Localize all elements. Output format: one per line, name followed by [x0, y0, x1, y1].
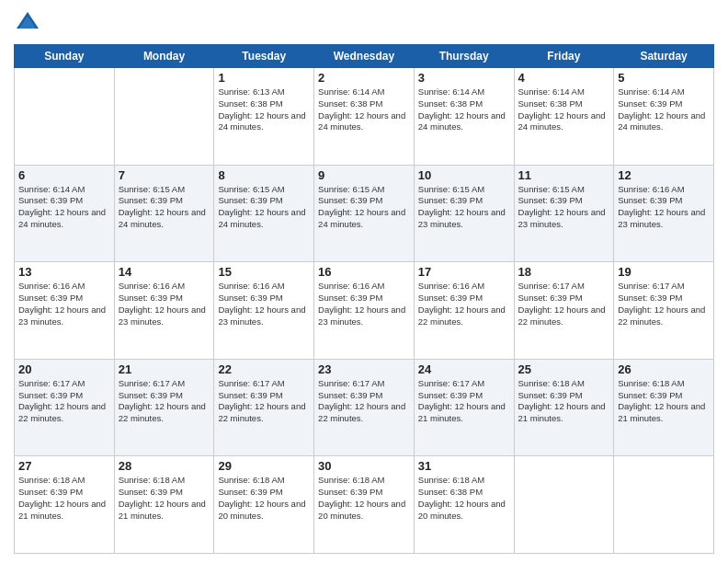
day-number: 24	[418, 362, 510, 376]
day-number: 25	[518, 362, 610, 376]
day-info: Sunrise: 6:15 AM Sunset: 6:39 PM Dayligh…	[518, 184, 610, 231]
day-number: 20	[18, 362, 110, 376]
day-number: 23	[318, 362, 410, 376]
day-number: 15	[218, 265, 310, 279]
day-number: 14	[119, 265, 210, 279]
day-info: Sunrise: 6:17 AM Sunset: 6:39 PM Dayligh…	[518, 281, 610, 327]
day-number: 2	[318, 71, 410, 85]
day-number: 19	[618, 265, 710, 279]
day-number: 17	[418, 265, 510, 279]
calendar-table: SundayMondayTuesdayWednesdayThursdayFrid…	[14, 44, 714, 554]
day-info: Sunrise: 6:14 AM Sunset: 6:38 PM Dayligh…	[318, 86, 410, 133]
calendar-cell: 4Sunrise: 6:14 AM Sunset: 6:38 PM Daylig…	[514, 68, 614, 166]
calendar-cell: 24Sunrise: 6:17 AM Sunset: 6:39 PM Dayli…	[414, 359, 514, 456]
calendar-cell: 5Sunrise: 6:14 AM Sunset: 6:39 PM Daylig…	[614, 68, 714, 166]
day-info: Sunrise: 6:16 AM Sunset: 6:39 PM Dayligh…	[218, 281, 310, 327]
day-number: 26	[618, 362, 710, 376]
calendar-cell: 30Sunrise: 6:18 AM Sunset: 6:39 PM Dayli…	[314, 456, 415, 554]
calendar-cell: 13Sunrise: 6:16 AM Sunset: 6:39 PM Dayli…	[15, 262, 115, 360]
day-number: 18	[518, 265, 610, 279]
calendar-cell: 3Sunrise: 6:14 AM Sunset: 6:38 PM Daylig…	[414, 68, 514, 166]
day-number: 7	[119, 168, 210, 182]
day-info: Sunrise: 6:13 AM Sunset: 6:38 PM Dayligh…	[218, 86, 310, 133]
calendar-cell: 9Sunrise: 6:15 AM Sunset: 6:39 PM Daylig…	[314, 165, 415, 262]
calendar-cell: 2Sunrise: 6:14 AM Sunset: 6:38 PM Daylig…	[314, 68, 415, 166]
day-info: Sunrise: 6:14 AM Sunset: 6:39 PM Dayligh…	[618, 86, 710, 133]
day-number: 22	[218, 362, 310, 376]
calendar-cell: 7Sunrise: 6:15 AM Sunset: 6:39 PM Daylig…	[114, 165, 214, 262]
day-info: Sunrise: 6:18 AM Sunset: 6:39 PM Dayligh…	[318, 475, 410, 522]
logo-icon	[14, 9, 41, 37]
calendar-cell: 11Sunrise: 6:15 AM Sunset: 6:39 PM Dayli…	[514, 165, 614, 262]
day-number: 21	[119, 362, 210, 376]
day-info: Sunrise: 6:16 AM Sunset: 6:39 PM Dayligh…	[318, 281, 410, 327]
calendar-cell: 27Sunrise: 6:18 AM Sunset: 6:39 PM Dayli…	[15, 456, 115, 554]
day-number: 31	[418, 459, 510, 473]
day-info: Sunrise: 6:17 AM Sunset: 6:39 PM Dayligh…	[318, 378, 410, 425]
day-number: 9	[318, 168, 410, 182]
day-info: Sunrise: 6:18 AM Sunset: 6:39 PM Dayligh…	[518, 378, 610, 425]
day-number: 3	[418, 71, 510, 85]
calendar-cell: 19Sunrise: 6:17 AM Sunset: 6:39 PM Dayli…	[614, 262, 714, 360]
day-info: Sunrise: 6:17 AM Sunset: 6:39 PM Dayligh…	[18, 378, 110, 425]
day-number: 8	[218, 168, 310, 182]
page: SundayMondayTuesdayWednesdayThursdayFrid…	[0, 0, 728, 563]
week-row-1: 1Sunrise: 6:13 AM Sunset: 6:38 PM Daylig…	[15, 68, 714, 166]
week-row-5: 27Sunrise: 6:18 AM Sunset: 6:39 PM Dayli…	[15, 456, 714, 554]
day-number: 12	[618, 168, 710, 182]
day-number: 30	[318, 459, 410, 473]
day-info: Sunrise: 6:16 AM Sunset: 6:39 PM Dayligh…	[119, 281, 210, 327]
calendar-cell: 28Sunrise: 6:18 AM Sunset: 6:39 PM Dayli…	[114, 456, 214, 554]
day-info: Sunrise: 6:18 AM Sunset: 6:39 PM Dayligh…	[218, 475, 310, 522]
day-info: Sunrise: 6:16 AM Sunset: 6:39 PM Dayligh…	[418, 281, 510, 327]
day-number: 5	[618, 71, 710, 85]
day-info: Sunrise: 6:14 AM Sunset: 6:39 PM Dayligh…	[18, 184, 110, 231]
day-info: Sunrise: 6:14 AM Sunset: 6:38 PM Dayligh…	[418, 86, 510, 133]
day-number: 4	[518, 71, 610, 85]
calendar-cell: 14Sunrise: 6:16 AM Sunset: 6:39 PM Dayli…	[114, 262, 214, 360]
day-info: Sunrise: 6:16 AM Sunset: 6:39 PM Dayligh…	[18, 281, 110, 327]
day-info: Sunrise: 6:17 AM Sunset: 6:39 PM Dayligh…	[618, 281, 710, 327]
calendar-cell: 8Sunrise: 6:15 AM Sunset: 6:39 PM Daylig…	[214, 165, 314, 262]
calendar-cell	[514, 456, 614, 554]
calendar-cell: 16Sunrise: 6:16 AM Sunset: 6:39 PM Dayli…	[314, 262, 415, 360]
day-info: Sunrise: 6:17 AM Sunset: 6:39 PM Dayligh…	[418, 378, 510, 425]
calendar-cell: 17Sunrise: 6:16 AM Sunset: 6:39 PM Dayli…	[414, 262, 514, 360]
calendar-cell: 10Sunrise: 6:15 AM Sunset: 6:39 PM Dayli…	[414, 165, 514, 262]
calendar-cell	[15, 68, 115, 166]
logo	[14, 9, 45, 37]
day-number: 13	[18, 265, 110, 279]
weekday-header-friday: Friday	[514, 45, 614, 68]
day-info: Sunrise: 6:17 AM Sunset: 6:39 PM Dayligh…	[119, 378, 210, 425]
day-info: Sunrise: 6:15 AM Sunset: 6:39 PM Dayligh…	[318, 184, 410, 231]
day-number: 16	[318, 265, 410, 279]
calendar-cell: 18Sunrise: 6:17 AM Sunset: 6:39 PM Dayli…	[514, 262, 614, 360]
calendar-cell	[114, 68, 214, 166]
day-info: Sunrise: 6:15 AM Sunset: 6:39 PM Dayligh…	[418, 184, 510, 231]
weekday-header-tuesday: Tuesday	[214, 45, 314, 68]
calendar-cell: 20Sunrise: 6:17 AM Sunset: 6:39 PM Dayli…	[15, 359, 115, 456]
day-info: Sunrise: 6:15 AM Sunset: 6:39 PM Dayligh…	[119, 184, 210, 231]
calendar-cell: 22Sunrise: 6:17 AM Sunset: 6:39 PM Dayli…	[214, 359, 314, 456]
day-number: 6	[18, 168, 110, 182]
day-number: 28	[119, 459, 210, 473]
calendar-body: 1Sunrise: 6:13 AM Sunset: 6:38 PM Daylig…	[15, 68, 714, 554]
weekday-header-monday: Monday	[114, 45, 214, 68]
day-info: Sunrise: 6:18 AM Sunset: 6:39 PM Dayligh…	[119, 475, 210, 522]
weekday-header-saturday: Saturday	[614, 45, 714, 68]
calendar-cell: 1Sunrise: 6:13 AM Sunset: 6:38 PM Daylig…	[214, 68, 314, 166]
weekday-header-thursday: Thursday	[414, 45, 514, 68]
weekday-header-sunday: Sunday	[15, 45, 115, 68]
calendar-cell: 6Sunrise: 6:14 AM Sunset: 6:39 PM Daylig…	[15, 165, 115, 262]
day-number: 11	[518, 168, 610, 182]
weekday-header-row: SundayMondayTuesdayWednesdayThursdayFrid…	[15, 45, 714, 68]
calendar-cell: 23Sunrise: 6:17 AM Sunset: 6:39 PM Dayli…	[314, 359, 415, 456]
day-number: 27	[18, 459, 110, 473]
week-row-3: 13Sunrise: 6:16 AM Sunset: 6:39 PM Dayli…	[15, 262, 714, 360]
day-info: Sunrise: 6:15 AM Sunset: 6:39 PM Dayligh…	[218, 184, 310, 231]
day-info: Sunrise: 6:18 AM Sunset: 6:39 PM Dayligh…	[18, 475, 110, 522]
calendar-header: SundayMondayTuesdayWednesdayThursdayFrid…	[15, 45, 714, 68]
calendar-cell: 15Sunrise: 6:16 AM Sunset: 6:39 PM Dayli…	[214, 262, 314, 360]
calendar-cell: 21Sunrise: 6:17 AM Sunset: 6:39 PM Dayli…	[114, 359, 214, 456]
day-info: Sunrise: 6:17 AM Sunset: 6:39 PM Dayligh…	[218, 378, 310, 425]
